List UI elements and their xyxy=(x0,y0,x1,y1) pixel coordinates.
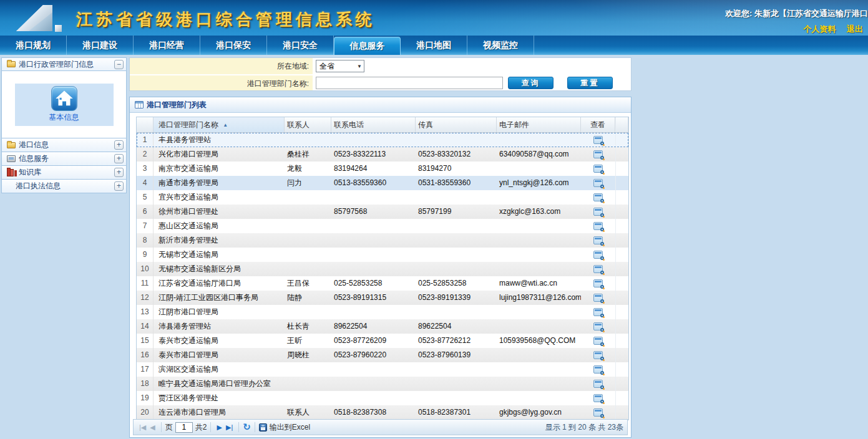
sidebar-item-port-law-enforcement[interactable]: 港口执法信息 + xyxy=(1,180,127,193)
table-row[interactable]: 20连云港市港口管理局联系人0518-823873080518-82387301… xyxy=(137,405,628,420)
export-excel-button[interactable]: 输出到Excel xyxy=(259,422,310,433)
tab-info-service[interactable]: 信息服务 xyxy=(334,37,401,55)
tab-port-security[interactable]: 港口保安 xyxy=(200,36,267,55)
expand-icon[interactable]: + xyxy=(114,154,124,163)
expand-icon[interactable]: + xyxy=(114,168,124,177)
column-header-fax[interactable]: 传真 xyxy=(416,117,497,132)
tab-port-operation[interactable]: 港口经营 xyxy=(134,36,200,55)
table-row[interactable]: 5宜兴市交通运输局 xyxy=(137,190,628,205)
cell-filler xyxy=(615,405,628,420)
last-page-button[interactable]: ▶| xyxy=(224,423,235,432)
tab-video-monitor[interactable]: 视频监控 xyxy=(467,36,534,55)
view-details-icon[interactable] xyxy=(593,351,603,359)
refresh-icon[interactable]: ↻ xyxy=(243,422,251,433)
tab-port-planning[interactable]: 港口规划 xyxy=(0,36,67,55)
sidebar-item-basic-info[interactable]: 基本信息 xyxy=(15,84,114,126)
dept-name-input[interactable] xyxy=(316,77,503,89)
view-details-icon[interactable] xyxy=(593,236,603,244)
view-details-icon[interactable] xyxy=(593,208,603,216)
view-details-icon[interactable] xyxy=(593,294,603,302)
sidebar-item-knowledge-base[interactable]: 知识库 + xyxy=(1,166,127,180)
cell-contact: 周晓柱 xyxy=(285,348,331,362)
cell-filler xyxy=(615,262,628,276)
row-number: 6 xyxy=(137,205,154,219)
table-row[interactable]: 8新沂市港务管理处 xyxy=(137,233,628,248)
expand-icon[interactable]: + xyxy=(114,140,124,150)
table-row[interactable]: 2兴化市港口管理局桑桂祥0523-833221130523-8332013263… xyxy=(137,147,628,162)
row-number: 20 xyxy=(137,405,154,420)
tab-port-map[interactable]: 港口地图 xyxy=(401,36,467,55)
sidebar-item-port-admin-info[interactable]: 港口行政管理部门信息 − xyxy=(1,57,127,71)
collapse-icon[interactable]: − xyxy=(114,60,124,69)
view-details-icon[interactable] xyxy=(593,408,603,417)
view-details-icon[interactable] xyxy=(593,308,603,316)
cell-phone xyxy=(331,391,416,405)
tab-port-safety[interactable]: 港口安全 xyxy=(267,36,334,55)
view-details-icon[interactable] xyxy=(593,322,603,330)
column-header-dept-name[interactable]: 港口管理部门名称 ▲ xyxy=(154,117,285,132)
view-details-icon[interactable] xyxy=(593,136,603,144)
table-row[interactable]: 14沛县港务管理站杜长青8962250489622504 xyxy=(137,319,628,334)
cell-filler xyxy=(615,176,628,190)
row-number: 13 xyxy=(137,305,154,319)
cell-fax xyxy=(416,377,497,391)
app-header: 江苏省省级港口综合管理信息系统 欢迎您: 朱新龙【江苏省交通运输厅港口 个人资料… xyxy=(0,0,868,36)
cell-fax: 0531-83559360 xyxy=(416,176,497,190)
column-header-view[interactable]: 查看 xyxy=(581,117,615,132)
table-row[interactable]: 7惠山区交通运输局 xyxy=(137,219,628,233)
expand-icon[interactable]: + xyxy=(114,181,124,191)
prev-page-button[interactable]: ◀ xyxy=(148,423,157,432)
reset-button[interactable]: 重置 xyxy=(567,77,613,89)
sidebar-item-info-service[interactable]: 信息服务 + xyxy=(1,152,127,166)
table-row[interactable]: 9无锡市交通运输局 xyxy=(137,248,628,262)
table-row[interactable]: 16泰兴市港口管理局周晓柱0523-879602200523-87960139 xyxy=(137,348,628,362)
table-row[interactable]: 1丰县港务管理站 xyxy=(137,133,628,147)
cell-email xyxy=(497,219,581,233)
cell-dept-name: 南京市交通运输局 xyxy=(154,162,285,176)
table-row[interactable]: 10无锡市交通运输新区分局 xyxy=(137,262,628,276)
view-details-icon[interactable] xyxy=(593,222,603,230)
table-row[interactable]: 11江苏省交通运输厅港口局王昌保025-52853258025-52853258… xyxy=(137,276,628,291)
monitor-icon xyxy=(7,155,16,162)
sidebar-item-port-info[interactable]: 港口信息 + xyxy=(1,138,127,152)
view-details-icon[interactable] xyxy=(593,150,603,158)
profile-link[interactable]: 个人资料 xyxy=(803,24,836,34)
column-header-email[interactable]: 电子邮件 xyxy=(497,117,581,132)
column-header-contact[interactable]: 联系人 xyxy=(285,117,331,132)
next-page-button[interactable]: ▶ xyxy=(215,423,223,432)
table-row[interactable]: 4南通市港务管理局闫力0513-835593600531-83559360ynl… xyxy=(137,176,628,190)
page-number-input[interactable] xyxy=(175,422,193,433)
table-row[interactable]: 18睢宁县交通运输局港口管理办公室 xyxy=(137,377,628,391)
view-details-icon[interactable] xyxy=(593,394,603,402)
table-row[interactable]: 15泰兴市交通运输局王昕0523-877262090523-8772621210… xyxy=(137,334,628,348)
first-page-button[interactable]: |◀ xyxy=(137,423,148,432)
query-button[interactable]: 查询 xyxy=(508,77,553,89)
table-row[interactable]: 19贾汪区港务管理处 xyxy=(137,391,628,405)
view-details-icon[interactable] xyxy=(593,337,603,345)
view-details-icon[interactable] xyxy=(593,251,603,259)
view-details-icon[interactable] xyxy=(593,365,603,374)
view-details-icon[interactable] xyxy=(593,265,603,273)
row-number: 12 xyxy=(137,291,154,305)
cell-email xyxy=(497,348,581,362)
column-header-phone[interactable]: 联系电话 xyxy=(331,117,416,132)
region-select[interactable]: 全省 ▼ xyxy=(316,60,364,72)
table-row[interactable]: 3南京市交通运输局龙毅8319426483194270 xyxy=(137,162,628,176)
tab-port-construction[interactable]: 港口建设 xyxy=(67,36,134,55)
cell-dept-name: 兴化市港口管理局 xyxy=(154,147,285,162)
view-details-icon[interactable] xyxy=(593,179,603,187)
cell-view xyxy=(581,334,615,348)
table-row[interactable]: 13江阴市港口管理局 xyxy=(137,305,628,319)
table-row[interactable]: 12江阴-靖江工业园区港口事务局陆静0523-891913150523-8919… xyxy=(137,291,628,305)
table-row[interactable]: 6徐州市港口管理处8579756885797199xzgkglc@163.com xyxy=(137,205,628,219)
view-details-icon[interactable] xyxy=(593,193,603,201)
logout-link[interactable]: 退出 xyxy=(847,24,863,34)
view-details-icon[interactable] xyxy=(593,279,603,287)
cell-filler xyxy=(615,362,628,377)
page-label: 页 xyxy=(165,422,173,433)
row-number: 8 xyxy=(137,233,154,248)
table-row[interactable]: 17滨湖区交通运输局 xyxy=(137,362,628,377)
cell-view xyxy=(581,233,615,248)
view-details-icon[interactable] xyxy=(593,165,603,173)
view-details-icon[interactable] xyxy=(593,380,603,388)
